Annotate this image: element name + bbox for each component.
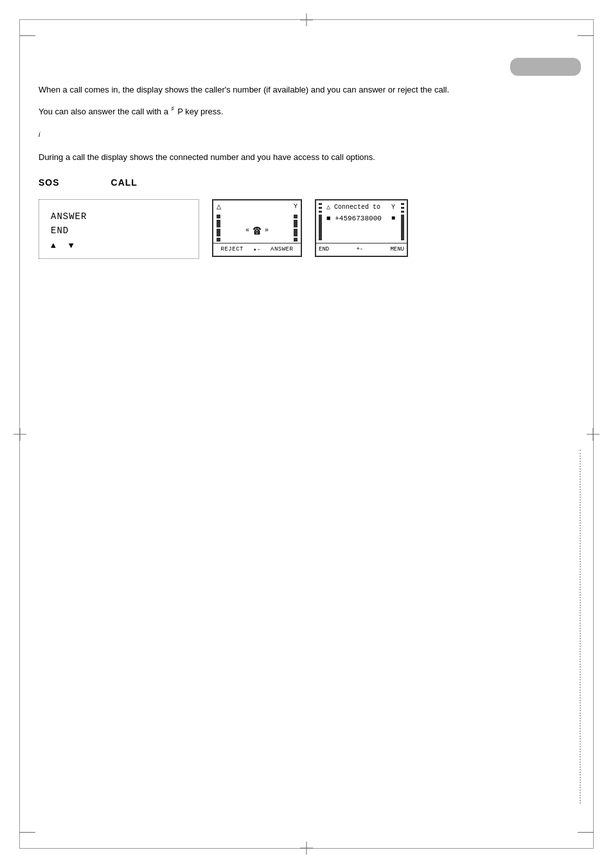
- arrow-down-icon: ▼: [69, 241, 74, 251]
- nav-arrows: ▲ ▼: [51, 241, 187, 251]
- sos-call-row: SOS CALL: [39, 177, 574, 188]
- phone-icon: ☎: [253, 222, 261, 238]
- tick-bottom-left: [19, 832, 35, 833]
- end-label: END: [319, 246, 329, 252]
- diagram-menu: ANSWER END ▲ ▼: [39, 199, 199, 259]
- connected-label: Connected to: [334, 204, 380, 211]
- phone-number: +4596738000: [335, 215, 382, 222]
- conn-side-left: [319, 203, 322, 240]
- diagram-incoming-call: △ Y « ☎ » REJECT ✦-: [212, 199, 302, 257]
- menu-label: MENU: [390, 246, 404, 252]
- call-label: CALL: [111, 177, 138, 188]
- call-middle: « ☎ »: [245, 222, 269, 238]
- tick-top-right: [578, 35, 594, 36]
- call-bottom-bar: REJECT ✦- ANSWER: [213, 243, 301, 256]
- connected-text: △ Connected to Y: [316, 200, 407, 213]
- call-top-bar: △ Y: [213, 200, 301, 213]
- body-paragraph-2: You can also answer the call with a ♯ P …: [39, 103, 574, 119]
- signal-bar-icon: ■: [391, 215, 395, 222]
- body-text-2: You can also answer the call with a: [39, 107, 168, 116]
- main-content: When a call comes in, the display shows …: [39, 84, 574, 259]
- volume-label: ✦-: [253, 246, 261, 253]
- volume-label: +-: [356, 246, 363, 252]
- answer-label: ANSWER: [271, 246, 293, 252]
- signal-icon: Y: [294, 203, 298, 210]
- signal-char: Y: [391, 203, 395, 212]
- crosshair-bottom: [300, 842, 313, 855]
- body-text-3: key press.: [185, 107, 223, 116]
- conn-bottom-bar: END +- MENU: [316, 243, 407, 256]
- crosshair-right: [587, 428, 600, 441]
- body-text-4: During a call the display shows the conn…: [39, 152, 375, 162]
- tick-top-left: [19, 35, 35, 36]
- side-bar-right: [294, 215, 298, 242]
- body-paragraph-1: When a call comes in, the display shows …: [39, 84, 574, 97]
- bell-icon: △: [217, 202, 221, 211]
- conn-number: ■ +4596738000 ■: [316, 213, 407, 224]
- wave-right-icon: »: [265, 227, 269, 234]
- body-paragraph-3: i: [39, 129, 574, 145]
- info-icon: i: [39, 130, 40, 138]
- crosshair-top: [300, 13, 313, 26]
- crosshair-left: [13, 428, 26, 441]
- body-text-1: When a call comes in, the display shows …: [39, 85, 449, 94]
- diagram-connected: △ Connected to Y ■ +4596738000 ■ END +- …: [315, 199, 408, 257]
- dotted-line-decoration: [580, 450, 581, 804]
- sos-label: SOS: [39, 177, 60, 188]
- reject-label: REJECT: [221, 246, 244, 252]
- hash-symbol: ♯: [171, 105, 174, 112]
- arrow-up-icon: ▲: [51, 241, 56, 251]
- section-badge: [510, 58, 581, 76]
- p-symbol: P: [177, 107, 182, 116]
- equals-icon: ■: [326, 215, 331, 222]
- side-bar-left: [217, 215, 220, 242]
- body-paragraph-4: During a call the display shows the conn…: [39, 151, 574, 164]
- tick-bottom-right: [578, 832, 594, 833]
- menu-answer: ANSWER: [51, 211, 187, 222]
- bell-icon-small: △: [326, 204, 330, 211]
- diagrams-row: ANSWER END ▲ ▼ △ Y: [39, 199, 574, 259]
- conn-side-right: [401, 203, 404, 240]
- menu-end: END: [51, 226, 187, 236]
- wave-left-icon: «: [245, 227, 249, 234]
